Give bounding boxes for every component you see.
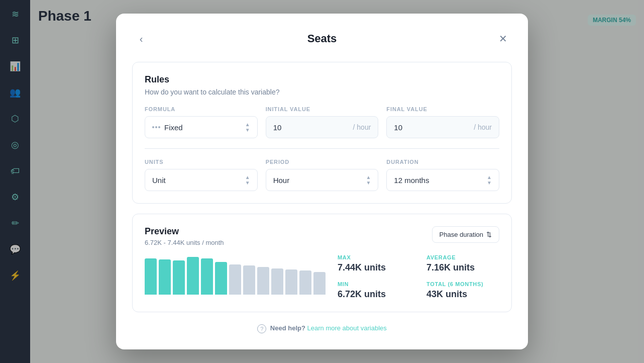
duration-value: 12 months	[394, 176, 429, 185]
close-icon: ✕	[499, 33, 507, 45]
stat-min-value: 6.72K units	[338, 289, 410, 300]
chart-bar	[187, 257, 199, 295]
formula-arrows: ▲ ▼	[245, 122, 250, 133]
duration-select[interactable]: 12 months ▲ ▼	[386, 169, 499, 191]
stat-total-label: TOTAL (6 MONTHS)	[426, 281, 499, 287]
stat-average: AVERAGE 7.16K units	[426, 254, 499, 273]
chart-bar	[243, 265, 255, 295]
final-value-label: FINAL VALUE	[386, 106, 499, 112]
initial-value: 10	[273, 123, 353, 132]
help-link[interactable]: Learn more about variables	[307, 324, 387, 332]
initial-value-group: INITIAL VALUE 10 / hour	[266, 106, 379, 138]
stat-max-label: MAX	[338, 254, 410, 260]
chart-bar	[201, 258, 213, 295]
modal: ‹ Seats ✕ Rules How do you want to calcu…	[116, 14, 528, 349]
initial-value-field[interactable]: 10 / hour	[266, 116, 379, 138]
initial-value-label: INITIAL VALUE	[266, 106, 379, 112]
chart-bar	[285, 269, 297, 295]
preview-header: Preview 6.72K - 7.44K units / month Phas…	[145, 226, 499, 246]
help-icon: ?	[257, 324, 266, 333]
duration-group: DURATION 12 months ▲ ▼	[386, 159, 499, 191]
units-group: UNITS Unit ▲ ▼	[145, 159, 258, 191]
initial-unit: / hour	[353, 123, 371, 131]
rules-title: Rules	[145, 74, 499, 85]
formula-label: FORMULA	[145, 106, 258, 112]
preview-title-group: Preview 6.72K - 7.44K units / month	[145, 226, 224, 246]
formula-control-inner: Fixed	[152, 123, 183, 132]
chart-bar	[145, 258, 157, 295]
period-value: Hour	[273, 176, 290, 185]
period-arrows: ▲ ▼	[366, 175, 371, 186]
formula-value: Fixed	[164, 123, 183, 132]
chart-bar	[313, 272, 326, 295]
stat-max-value: 7.44K units	[338, 262, 410, 273]
dots-icon	[152, 126, 160, 128]
formula-group: FORMULA Fixed ▲ ▼	[145, 106, 258, 138]
stat-total: TOTAL (6 MONTHS) 43K units	[426, 281, 499, 300]
stat-average-value: 7.16K units	[426, 262, 499, 273]
preview-subtitle: 6.72K - 7.44K units / month	[145, 239, 224, 246]
units-value: Unit	[152, 176, 166, 185]
chart-bar	[257, 267, 269, 295]
stat-min-label: MIN	[338, 281, 410, 287]
stat-max: MAX 7.44K units	[338, 254, 410, 273]
modal-title: Seats	[150, 32, 494, 45]
bar-chart	[145, 254, 326, 295]
final-value-group: FINAL VALUE 10 / hour	[386, 106, 499, 138]
stat-average-label: AVERAGE	[426, 254, 499, 260]
close-button[interactable]: ✕	[494, 30, 512, 48]
duration-label: DURATION	[386, 159, 499, 165]
chart-bar	[173, 260, 185, 295]
stats-grid: MAX 7.44K units AVERAGE 7.16K units MIN …	[338, 254, 499, 300]
modal-overlay: ‹ Seats ✕ Rules How do you want to calcu…	[0, 0, 644, 363]
final-value-field[interactable]: 10 / hour	[386, 116, 499, 138]
back-icon: ‹	[140, 33, 143, 45]
duration-arrows: ▲ ▼	[487, 175, 492, 186]
chart-bar	[299, 270, 311, 295]
period-group: PERIOD Hour ▲ ▼	[266, 159, 379, 191]
period-label: PERIOD	[266, 159, 379, 165]
stat-min: MIN 6.72K units	[338, 281, 410, 300]
chart-bar	[271, 268, 283, 295]
units-select[interactable]: Unit ▲ ▼	[145, 169, 258, 191]
chart-bar	[229, 264, 241, 295]
stat-total-value: 43K units	[426, 289, 499, 300]
preview-title: Preview	[145, 226, 224, 237]
phase-duration-label: Phase duration	[440, 231, 483, 238]
final-value: 10	[394, 123, 474, 132]
units-row: UNITS Unit ▲ ▼ PERIOD Hour ▲	[145, 159, 499, 191]
back-button[interactable]: ‹	[132, 30, 150, 48]
formula-row: FORMULA Fixed ▲ ▼	[145, 106, 499, 138]
preview-section: Preview 6.72K - 7.44K units / month Phas…	[132, 214, 512, 312]
chart-bar	[159, 259, 171, 295]
chart-bar	[215, 262, 227, 295]
units-arrows: ▲ ▼	[245, 175, 250, 186]
rules-section: Rules How do you want to calculate this …	[132, 62, 512, 204]
preview-content: MAX 7.44K units AVERAGE 7.16K units MIN …	[145, 254, 499, 300]
formula-select[interactable]: Fixed ▲ ▼	[145, 116, 258, 138]
rules-desc: How do you want to calculate this variab…	[145, 88, 499, 96]
help-bar: ? Need help? Learn more about variables	[132, 324, 512, 333]
units-label: UNITS	[145, 159, 258, 165]
form-divider	[145, 148, 499, 149]
phase-duration-button[interactable]: Phase duration ⇅	[432, 226, 499, 243]
phase-duration-arrows: ⇅	[486, 231, 492, 238]
final-unit: / hour	[474, 123, 492, 131]
help-text: Need help?	[270, 324, 305, 332]
period-select[interactable]: Hour ▲ ▼	[266, 169, 379, 191]
modal-header: ‹ Seats ✕	[132, 30, 512, 48]
